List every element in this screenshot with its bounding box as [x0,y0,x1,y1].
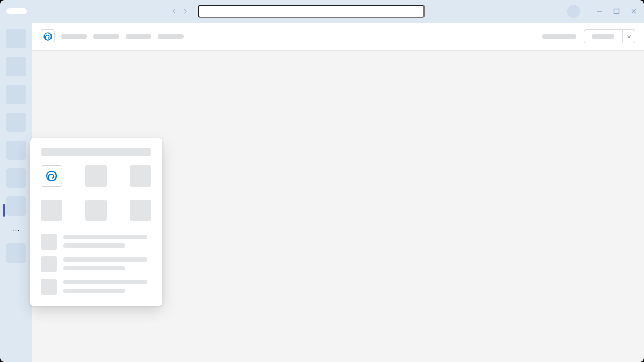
more-icon: ··· [12,225,20,234]
apps-popover [30,138,162,306]
split-button-label [584,30,622,43]
nav-arrows [170,7,189,16]
app-tile-5[interactable] [85,200,107,221]
window-traffic-lights[interactable] [6,8,27,14]
rail-item-8[interactable] [6,243,26,263]
nav-forward-button[interactable] [181,7,189,16]
close-button[interactable] [630,8,638,15]
popover-title [41,148,151,156]
top-nav-text [542,34,576,39]
list-item[interactable] [41,256,151,272]
list-item-thumb [41,279,57,295]
app-tile-4[interactable] [41,200,62,221]
rail-item-4[interactable] [6,113,26,132]
top-nav-right [542,29,635,43]
rail-item-7[interactable] [6,196,26,216]
rail-item-2[interactable] [6,57,26,76]
popover-list [41,234,151,295]
list-item[interactable] [41,234,151,250]
main-area [32,23,644,362]
minimize-button[interactable] [596,8,603,15]
list-item[interactable] [41,279,151,295]
nav-link-3[interactable] [126,34,151,39]
nav-link-2[interactable] [93,34,119,39]
svg-rect-0 [614,9,619,14]
chevron-down-icon [626,34,632,39]
app-tile-6[interactable] [130,200,151,221]
list-item-text [63,279,151,293]
app-window: ··· [0,0,644,362]
title-bar-divider [588,5,588,17]
list-item-text [63,234,151,248]
address-bar[interactable] [198,5,425,18]
rail-item-1[interactable] [6,29,26,48]
list-item-thumb [41,234,57,250]
swirl-icon [45,169,58,182]
rail-more-button[interactable]: ··· [6,224,26,235]
list-item-text [63,256,151,270]
nav-links [61,34,184,39]
app-body: ··· [0,23,644,362]
app-tile-3[interactable] [130,165,151,187]
rail-active-indicator [3,204,5,217]
nav-back-button[interactable] [170,7,179,16]
app-tile-1[interactable] [41,165,62,187]
app-grid [41,165,151,221]
title-bar-right [567,5,638,18]
rail-item-5[interactable] [6,141,26,160]
top-nav [32,23,644,51]
split-button-caret[interactable] [622,30,635,43]
primary-split-button[interactable] [584,29,635,43]
nav-link-1[interactable] [61,34,87,39]
maximize-button[interactable] [613,8,620,15]
nav-link-4[interactable] [158,34,184,39]
product-logo[interactable] [41,29,55,43]
swirl-icon [43,32,53,41]
title-bar [0,0,644,23]
list-item-thumb [41,256,57,272]
app-tile-2[interactable] [85,165,107,187]
left-rail: ··· [0,23,32,362]
rail-item-6[interactable] [6,168,26,188]
rail-item-3[interactable] [6,85,26,104]
profile-avatar[interactable] [567,5,580,18]
window-controls [596,8,638,15]
